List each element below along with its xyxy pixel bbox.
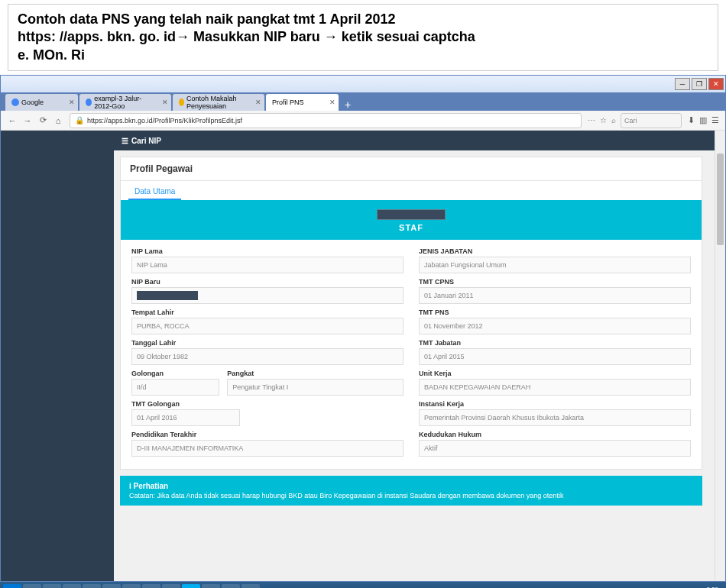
star-icon[interactable]: ☆ bbox=[600, 116, 607, 124]
back-button[interactable]: ← bbox=[7, 115, 18, 126]
name-redacted bbox=[377, 209, 446, 220]
staff-banner: STAF bbox=[121, 200, 702, 240]
window-titlebar: ─ ❐ ✕ bbox=[1, 76, 725, 92]
close-button[interactable]: ✕ bbox=[708, 78, 724, 90]
tab-example[interactable]: exampl-3 Jalur-2012-Goo ✕ bbox=[79, 94, 171, 111]
close-icon[interactable]: ✕ bbox=[329, 99, 335, 106]
close-icon[interactable]: ✕ bbox=[69, 99, 75, 106]
tmt-cpns-label: TMT CPNS bbox=[419, 278, 691, 286]
download-icon[interactable]: ⬇ bbox=[688, 115, 695, 125]
tab-data-utama[interactable]: Data Utama bbox=[128, 184, 181, 200]
tab-makalah[interactable]: Contoh Makalah Penyesuaian ✕ bbox=[173, 94, 264, 111]
cari-nip-bar[interactable]: ☰ Cari NIP bbox=[114, 131, 725, 150]
slide-caption-box: Contoh data PNS yang telah naik pangkat … bbox=[8, 4, 718, 71]
search-input[interactable]: Cari bbox=[621, 113, 682, 128]
tempat-lahir-label: Tempat Lahir bbox=[131, 309, 404, 316]
staff-label: STAF bbox=[121, 223, 702, 232]
golongan-field[interactable]: II/d bbox=[131, 379, 219, 396]
kedudukan-field[interactable]: Aktif bbox=[419, 440, 691, 457]
pangkat-label: Pangkat bbox=[227, 370, 404, 377]
minimize-button[interactable]: ─ bbox=[675, 78, 690, 90]
reload-button[interactable]: ⟳ bbox=[37, 115, 48, 126]
maximize-button[interactable]: ❐ bbox=[692, 78, 707, 90]
tab-label: exampl-3 Jalur-2012-Goo bbox=[94, 95, 157, 110]
google-icon bbox=[86, 99, 92, 106]
browser-window: ─ ❐ ✕ Google ✕ exampl-3 Jalur-2012-Goo ✕… bbox=[0, 75, 726, 582]
pendidikan-field[interactable]: D-III MANAJEMEN INFORMATIKA bbox=[131, 440, 404, 457]
close-icon[interactable]: ✕ bbox=[255, 99, 261, 106]
page-actions-dots[interactable]: ⋯ bbox=[588, 116, 595, 124]
word-icon[interactable]: 📄 bbox=[102, 584, 121, 588]
tmt-pns-field[interactable]: 01 November 2012 bbox=[419, 318, 691, 334]
calc-icon[interactable]: 🖩 bbox=[122, 584, 141, 588]
vertical-scrollbar[interactable] bbox=[715, 131, 725, 581]
tmt-jabatan-label: TMT Jabatan bbox=[419, 339, 691, 347]
library-icon[interactable]: ▥ bbox=[699, 115, 707, 125]
tmt-golongan-field[interactable]: 01 April 2016 bbox=[131, 409, 240, 426]
tab-strip: Google ✕ exampl-3 Jalur-2012-Goo ✕ Conto… bbox=[1, 92, 725, 111]
unit-kerja-label: Unit Kerja bbox=[419, 370, 691, 377]
instansi-kerja-label: Instansi Kerja bbox=[419, 400, 691, 408]
pangkat-field[interactable]: Pengatur Tingkat I bbox=[227, 379, 404, 396]
skype-icon[interactable]: S bbox=[182, 584, 200, 588]
start-button[interactable]: ⊞ bbox=[3, 584, 21, 588]
tab-label: Profil PNS bbox=[272, 99, 304, 106]
nip-baru-field[interactable] bbox=[131, 287, 404, 304]
nip-baru-label: NIP Baru bbox=[131, 278, 404, 286]
nip-lama-field[interactable]: NIP Lama bbox=[131, 257, 404, 273]
explorer-icon[interactable]: 📁 bbox=[43, 584, 61, 588]
opera-icon[interactable]: O bbox=[202, 584, 220, 588]
perhatian-text: Catatan: Jika data Anda tidak sesuai har… bbox=[129, 492, 693, 499]
google-icon bbox=[11, 99, 19, 106]
kedudukan-label: Kedudukan Hukum bbox=[419, 431, 691, 438]
form-right-column: JENIS JABATAN Jabatan Fungsional Umum TM… bbox=[419, 247, 691, 461]
form-grid: NIP Lama NIP Lama NIP Baru Tempat Lahir … bbox=[121, 240, 702, 469]
nip-lama-label: NIP Lama bbox=[131, 247, 404, 255]
tab-profil-pns[interactable]: Profil PNS ✕ bbox=[266, 94, 339, 111]
tab-google[interactable]: Google ✕ bbox=[5, 94, 78, 111]
url-input[interactable]: 🔒 https://apps.bkn.go.id/ProfilPns/KlikP… bbox=[70, 113, 582, 128]
excel-icon[interactable]: ▦ bbox=[23, 584, 41, 588]
cari-nip-label: Cari NIP bbox=[131, 137, 161, 145]
pendidikan-label: Pendidikan Terakhir bbox=[131, 431, 404, 438]
card-title: Profil Pegawai bbox=[121, 157, 702, 181]
scroll-thumb[interactable] bbox=[717, 153, 724, 245]
address-bar: ← → ⟳ ⌂ 🔒 https://apps.bkn.go.id/ProfilP… bbox=[1, 111, 725, 131]
firefox-icon[interactable]: 🦊 bbox=[83, 584, 101, 588]
tanggal-lahir-field[interactable]: 09 Oktober 1982 bbox=[131, 348, 404, 365]
instansi-kerja-field[interactable]: Pemerintah Provinsi Daerah Khusus Ibukot… bbox=[419, 409, 691, 426]
profile-card: Profil Pegawai Data Utama STAF NIP Lama … bbox=[120, 157, 702, 470]
perhatian-alert: i Perhatian Catatan: Jika data Anda tida… bbox=[120, 476, 702, 506]
golongan-label: Golongan bbox=[131, 370, 219, 377]
tmt-cpns-field[interactable]: 01 Januari 2011 bbox=[419, 287, 691, 304]
tanggal-lahir-label: Tanggal Lahir bbox=[131, 339, 404, 347]
taskbar: ⊞ ▦ 📁 🌐 🦊 📄 🖩 📊 e S O ◉ ▫ ▲ 🔋 📶 🔊 0:30 4… bbox=[0, 582, 726, 588]
tempat-lahir-field[interactable]: PURBA, ROCCA bbox=[131, 318, 404, 334]
powerpoint-icon[interactable]: 📊 bbox=[142, 584, 160, 588]
form-left-column: NIP Lama NIP Lama NIP Baru Tempat Lahir … bbox=[131, 247, 404, 461]
jenis-jabatan-label: JENIS JABATAN bbox=[419, 247, 691, 255]
home-button[interactable]: ⌂ bbox=[53, 115, 63, 126]
search-glass-icon: ⌕ bbox=[611, 116, 616, 124]
sidebar bbox=[1, 131, 114, 581]
jenis-jabatan-field[interactable]: Jabatan Fungsional Umum bbox=[419, 257, 691, 273]
perhatian-title: i Perhatian bbox=[129, 482, 693, 490]
tmt-golongan-label: TMT Golongan bbox=[131, 400, 240, 408]
new-tab-button[interactable]: + bbox=[340, 99, 355, 111]
unit-kerja-field[interactable]: BADAN KEPEGAWAIAN DAERAH bbox=[419, 379, 691, 396]
lock-icon: 🔒 bbox=[75, 116, 84, 124]
close-icon[interactable]: ✕ bbox=[162, 99, 168, 106]
hamburger-icon: ☰ bbox=[122, 137, 128, 145]
forward-button[interactable]: → bbox=[22, 115, 33, 126]
slide-title: Contoh data PNS yang telah naik pangkat … bbox=[18, 11, 708, 64]
chrome-icon[interactable]: 🌐 bbox=[63, 584, 81, 588]
menu-icon[interactable]: ☰ bbox=[711, 115, 719, 125]
ie-icon[interactable]: e bbox=[162, 584, 180, 588]
tmt-pns-label: TMT PNS bbox=[419, 309, 691, 316]
main-content: ☰ Cari NIP Profil Pegawai Data Utama STA… bbox=[114, 131, 725, 581]
app-icon[interactable]: ▫ bbox=[241, 584, 260, 588]
avast-icon[interactable]: ◉ bbox=[222, 584, 240, 588]
favicon-icon bbox=[179, 99, 184, 106]
nip-redacted bbox=[137, 291, 198, 300]
tmt-jabatan-field[interactable]: 01 April 2015 bbox=[419, 348, 691, 365]
